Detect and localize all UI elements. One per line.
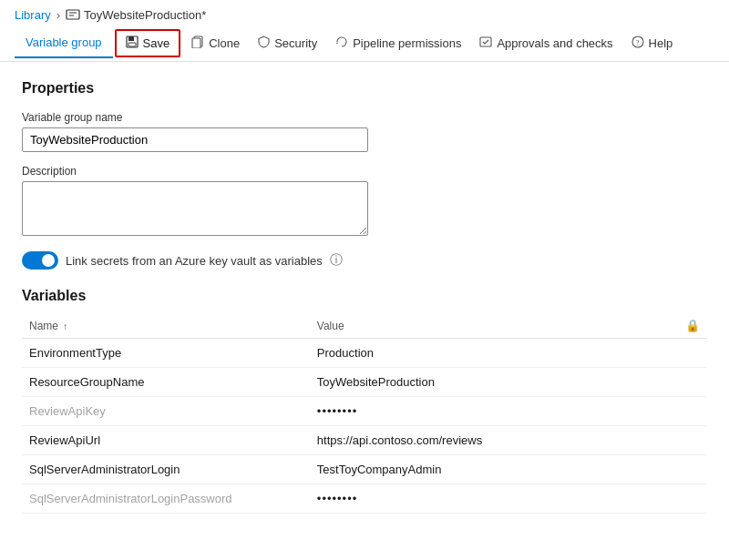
var-name-cell: SqlServerAdministratorLoginPassword bbox=[22, 484, 310, 514]
table-row: SqlServerAdministratorLoginPassword ••••… bbox=[22, 484, 707, 514]
save-button[interactable]: Save bbox=[115, 29, 181, 57]
col-value-header: Value bbox=[310, 313, 652, 339]
var-name-cell: ReviewApiKey bbox=[22, 397, 310, 426]
table-row: ReviewApiUrl https://api.contoso.com/rev… bbox=[22, 426, 707, 455]
var-name-cell: SqlServerAdministratorLogin bbox=[22, 455, 310, 484]
variables-title: Variables bbox=[22, 288, 707, 304]
col-name-header[interactable]: Name ↑ bbox=[22, 313, 310, 339]
var-value: TestToyCompanyAdmin bbox=[317, 463, 442, 476]
save-icon bbox=[126, 36, 139, 51]
var-name-cell: ReviewApiUrl bbox=[22, 426, 310, 455]
var-value: •••••••• bbox=[317, 404, 357, 418]
shield-icon bbox=[258, 36, 270, 51]
approvals-checks-button[interactable]: Approvals and checks bbox=[470, 28, 621, 58]
var-name: SqlServerAdministratorLoginPassword bbox=[29, 492, 232, 505]
variables-section: Variables Name ↑ Value 🔒 EnvironmentType bbox=[22, 288, 707, 514]
var-name-cell: ResourceGroupName bbox=[22, 368, 310, 397]
pipeline-permissions-label: Pipeline permissions bbox=[353, 36, 461, 50]
breadcrumb-current: ToyWebsiteProduction* bbox=[84, 8, 206, 22]
pipeline-icon bbox=[335, 36, 348, 51]
svg-rect-5 bbox=[128, 43, 136, 46]
var-lock-cell bbox=[652, 397, 707, 426]
help-button[interactable]: ? Help bbox=[622, 28, 683, 58]
help-label: Help bbox=[649, 36, 673, 50]
var-name-cell: EnvironmentType bbox=[22, 339, 310, 368]
var-value-cell: https://api.contoso.com/reviews bbox=[310, 426, 652, 455]
var-lock-cell bbox=[652, 368, 707, 397]
field-desc-label: Description bbox=[22, 165, 707, 178]
breadcrumb: Library › ToyWebsiteProduction* bbox=[0, 0, 729, 25]
lock-header-icon: 🔒 bbox=[685, 319, 700, 332]
table-row: SqlServerAdministratorLogin TestToyCompa… bbox=[22, 455, 707, 484]
save-label: Save bbox=[143, 36, 170, 50]
security-label: Security bbox=[274, 36, 317, 50]
var-lock-cell bbox=[652, 339, 707, 368]
variable-group-icon bbox=[66, 7, 80, 22]
var-value: ToyWebsiteProduction bbox=[317, 375, 435, 389]
description-input[interactable] bbox=[22, 181, 368, 236]
toggle-row: Link secrets from an Azure key vault as … bbox=[22, 251, 707, 270]
table-row: EnvironmentType Production bbox=[22, 339, 707, 368]
toggle-track bbox=[22, 251, 58, 270]
security-button[interactable]: Security bbox=[249, 28, 326, 58]
pipeline-permissions-button[interactable]: Pipeline permissions bbox=[326, 28, 470, 58]
svg-rect-4 bbox=[128, 36, 134, 41]
toggle-thumb bbox=[42, 254, 55, 267]
toggle-label: Link secrets from an Azure key vault as … bbox=[66, 254, 323, 268]
var-name: ReviewApiKey bbox=[29, 404, 106, 418]
info-icon[interactable]: ⓘ bbox=[330, 252, 343, 269]
clone-button[interactable]: Clone bbox=[182, 28, 249, 58]
var-lock-cell bbox=[652, 426, 707, 455]
col-lock-header: 🔒 bbox=[652, 313, 707, 339]
main-content: Properties Variable group name Descripti… bbox=[0, 62, 729, 532]
clone-label: Clone bbox=[209, 36, 240, 50]
svg-rect-7 bbox=[192, 38, 200, 48]
var-name: EnvironmentType bbox=[29, 346, 121, 360]
var-value-cell: ToyWebsiteProduction bbox=[310, 368, 652, 397]
svg-text:?: ? bbox=[635, 39, 639, 47]
approvals-icon bbox=[479, 36, 492, 51]
properties-title: Properties bbox=[22, 80, 707, 97]
var-lock-cell bbox=[652, 455, 707, 484]
table-row: ReviewApiKey •••••••• bbox=[22, 397, 707, 426]
svg-rect-8 bbox=[480, 37, 491, 46]
properties-section: Properties Variable group name Descripti… bbox=[22, 80, 707, 270]
table-row: ResourceGroupName ToyWebsiteProduction bbox=[22, 368, 707, 397]
var-value: •••••••• bbox=[317, 492, 357, 505]
toolbar: Variable group Save Clone Security bbox=[0, 25, 729, 62]
help-icon: ? bbox=[631, 36, 644, 51]
var-value-cell: Production bbox=[310, 339, 652, 368]
keyvault-toggle[interactable] bbox=[22, 251, 58, 270]
var-value: https://api.contoso.com/reviews bbox=[317, 433, 482, 447]
breadcrumb-separator: › bbox=[56, 8, 60, 22]
var-lock-cell bbox=[652, 484, 707, 514]
breadcrumb-library-link[interactable]: Library bbox=[15, 8, 51, 22]
var-value-cell: •••••••• bbox=[310, 397, 652, 426]
var-name: ResourceGroupName bbox=[29, 375, 144, 389]
approvals-checks-label: Approvals and checks bbox=[497, 36, 612, 50]
tab-variable-group[interactable]: Variable group bbox=[15, 28, 113, 58]
var-name: ReviewApiUrl bbox=[29, 433, 100, 447]
variables-table: Name ↑ Value 🔒 EnvironmentType Productio… bbox=[22, 313, 707, 514]
var-value-cell: •••••••• bbox=[310, 484, 652, 514]
var-value-cell: TestToyCompanyAdmin bbox=[310, 455, 652, 484]
table-header-row: Name ↑ Value 🔒 bbox=[22, 313, 707, 339]
sort-arrow-icon: ↑ bbox=[63, 321, 67, 331]
svg-rect-0 bbox=[67, 10, 79, 19]
var-value: Production bbox=[317, 346, 374, 360]
var-name: SqlServerAdministratorLogin bbox=[29, 463, 180, 476]
variable-group-name-input[interactable] bbox=[22, 127, 368, 152]
field-name-label: Variable group name bbox=[22, 111, 707, 124]
clone-icon bbox=[191, 36, 204, 51]
